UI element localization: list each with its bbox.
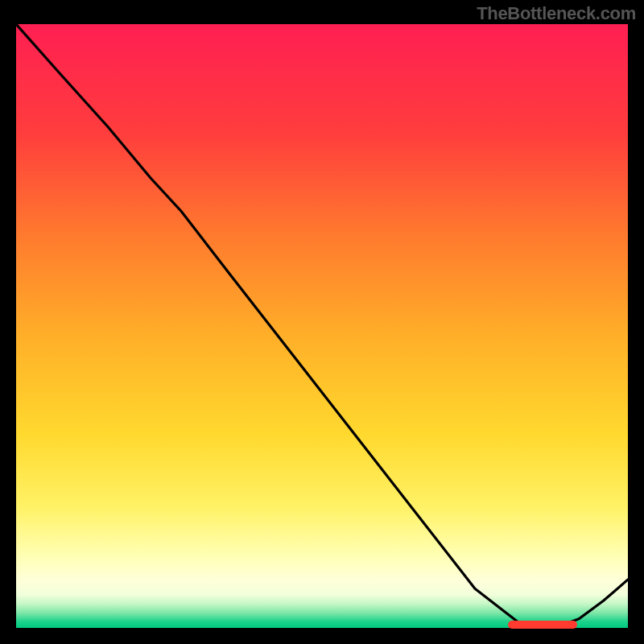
line-curve — [16, 24, 628, 628]
watermark-text: TheBottleneck.com — [477, 3, 636, 24]
plot-frame — [16, 24, 628, 628]
plot-area — [16, 24, 628, 628]
marker-pill — [508, 621, 577, 629]
chart-stage: TheBottleneck.com — [0, 0, 644, 644]
